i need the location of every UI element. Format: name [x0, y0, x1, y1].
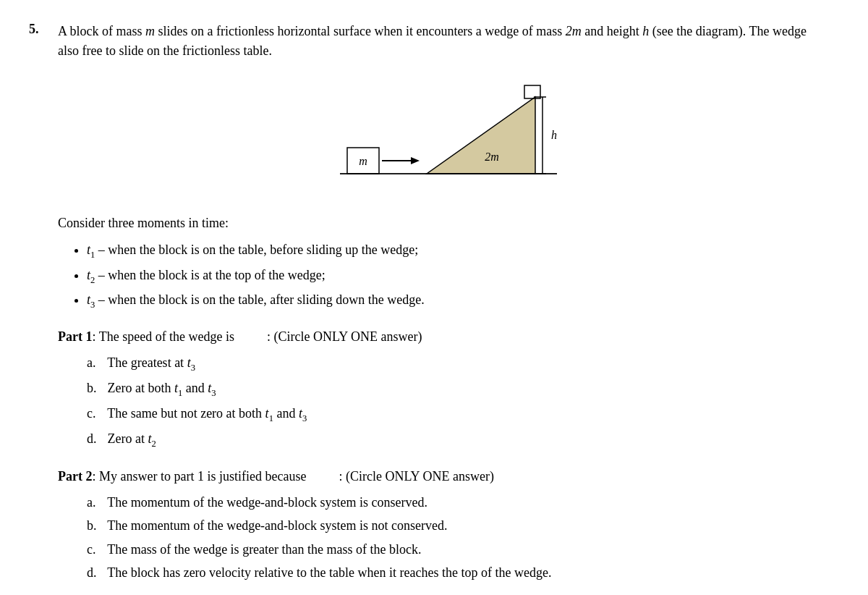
part1-section: Part 1: The speed of the wedge is : (Cir… [58, 326, 825, 452]
part1-answer-c: c. The same but not zero at both t1 and … [87, 402, 825, 426]
part2-answer-b: b. The momentum of the wedge-and-block s… [87, 515, 825, 537]
moments-list: t1 – when the block is on the table, bef… [87, 240, 825, 312]
part2-answer-d: d. The block has zero velocity relative … [87, 562, 825, 584]
height-h: h [642, 24, 649, 38]
part1-label: Part 1 [58, 329, 92, 344]
diagram-svg: m h 2m [275, 75, 579, 198]
part2-header: Part 2: My answer to part 1 is justified… [58, 466, 825, 487]
svg-text:2m: 2m [485, 151, 499, 163]
svg-marker-4 [427, 97, 535, 174]
part2-answers: a. The momentum of the wedge-and-block s… [87, 491, 825, 584]
part2-section: Part 2: My answer to part 1 is justified… [58, 466, 825, 584]
part2-label: Part 2 [58, 469, 92, 484]
part1-header: Part 1: The speed of the wedge is : (Cir… [58, 326, 825, 347]
moment-3: t3 – when the block is on the table, aft… [87, 290, 825, 312]
diagram-area: m h 2m [29, 75, 825, 198]
consider-text: Consider three moments in time: [58, 213, 825, 234]
problem-text: A block of mass m slides on a frictionle… [58, 22, 825, 61]
part2-answer-a: a. The momentum of the wedge-and-block s… [87, 491, 825, 514]
svg-text:h: h [551, 129, 557, 141]
part1-answer-d: d. Zero at t2 [87, 428, 825, 452]
problem-container: 5. A block of mass m slides on a frictio… [29, 22, 825, 584]
problem-number: 5. [29, 22, 58, 37]
mass-2m: 2m [566, 24, 582, 38]
moment-2: t2 – when the block is at the top of the… [87, 265, 825, 287]
svg-text:m: m [359, 155, 367, 167]
moment-1: t1 – when the block is on the table, bef… [87, 240, 825, 262]
mass-m: m [145, 24, 155, 38]
part1-answer-a: a. The greatest at t3 [87, 352, 825, 376]
part1-answers: a. The greatest at t3 b. Zero at both t1… [87, 352, 825, 452]
svg-marker-3 [411, 157, 420, 164]
part2-answer-c: c. The mass of the wedge is greater than… [87, 539, 825, 561]
part1-answer-b: b. Zero at both t1 and t3 [87, 377, 825, 401]
